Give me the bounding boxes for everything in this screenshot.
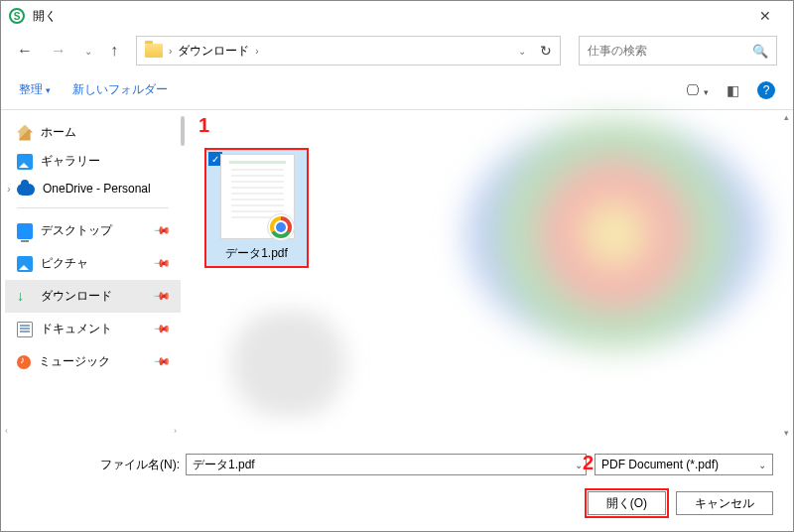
up-button[interactable]: ↑ — [110, 42, 118, 60]
window-title: 開く — [33, 8, 745, 25]
sidebar-item-label: ホーム — [41, 124, 76, 141]
sidebar-item-label: ミュージック — [39, 353, 110, 370]
music-icon — [17, 355, 31, 369]
sidebar-item-label: OneDrive - Personal — [43, 182, 151, 196]
pin-icon: 📌 — [152, 254, 171, 273]
open-button[interactable]: 開く(O) — [588, 491, 666, 515]
search-box[interactable]: 🔍 — [579, 36, 777, 66]
gallery-icon — [17, 154, 33, 170]
cancel-button[interactable]: キャンセル — [676, 491, 773, 515]
home-icon — [17, 125, 33, 141]
app-icon: S — [9, 8, 25, 24]
sidebar-item-downloads[interactable]: ↓ ダウンロード 📌 — [5, 280, 181, 313]
sidebar-item-label: ドキュメント — [41, 321, 112, 337]
sidebar-item-documents[interactable]: ドキュメント 📌 — [5, 313, 181, 345]
pin-icon: 📌 — [152, 352, 171, 371]
breadcrumb-separator: › — [255, 46, 258, 57]
file-type-label: PDF Document (*.pdf) — [601, 458, 719, 471]
download-icon: ↓ — [17, 289, 33, 305]
new-folder-button[interactable]: 新しいフォルダー — [72, 81, 168, 98]
pictures-icon — [17, 256, 33, 272]
chevron-down-icon: ⌄ — [758, 460, 766, 470]
address-dropdown[interactable]: ⌄ — [518, 46, 526, 57]
filename-label: ファイル名(N): — [100, 457, 180, 473]
sidebar-item-pictures[interactable]: ピクチャ 📌 — [5, 247, 181, 280]
sidebar-item-gallery[interactable]: ギャラリー — [5, 147, 181, 176]
onedrive-icon — [17, 184, 35, 196]
sidebar-item-home[interactable]: ホーム — [5, 118, 181, 147]
file-name-label: データ1.pdf — [206, 239, 307, 266]
sidebar-item-onedrive[interactable]: OneDrive - Personal — [5, 176, 181, 201]
content-scrollbar[interactable]: ▴▾ — [779, 110, 793, 440]
document-icon — [17, 322, 33, 337]
file-type-select[interactable]: PDF Document (*.pdf) ⌄ — [595, 454, 773, 475]
pin-icon: 📌 — [152, 320, 171, 338]
main-area: ホーム ギャラリー OneDrive - Personal デスクトップ 📌 ピ… — [1, 110, 793, 440]
navbar: ← → ⌄ ↑ › ダウンロード › ⌄ ↻ 🔍 — [1, 31, 793, 70]
help-button[interactable]: ? — [757, 81, 775, 99]
forward-button[interactable]: → — [51, 42, 66, 60]
history-dropdown[interactable]: ⌄ — [84, 46, 92, 57]
pin-icon: 📌 — [152, 287, 171, 306]
sidebar-item-label: ダウンロード — [41, 288, 112, 305]
blurred-content — [465, 120, 763, 348]
sidebar: ホーム ギャラリー OneDrive - Personal デスクトップ 📌 ピ… — [1, 110, 185, 440]
preview-pane-button[interactable]: ◧ — [727, 82, 739, 98]
annotation-2: 2 — [583, 452, 594, 474]
organize-menu[interactable]: 整理 ▾ — [19, 81, 51, 98]
pin-icon: 📌 — [152, 221, 171, 240]
search-input[interactable] — [588, 44, 744, 58]
sidebar-item-label: デスクトップ — [41, 222, 112, 239]
search-icon[interactable]: 🔍 — [752, 44, 768, 59]
toolbar: 整理 ▾ 新しいフォルダー 🖵 ▾ ◧ ? — [1, 70, 793, 110]
file-item-selected[interactable]: ✓ データ1.pdf — [204, 148, 309, 268]
sidebar-scrollbar[interactable]: ‹› — [5, 426, 177, 440]
refresh-button[interactable]: ↻ — [540, 43, 552, 59]
file-list[interactable]: 1 ✓ データ1.pdf ▴▾ — [185, 110, 793, 440]
breadcrumb-separator: › — [169, 46, 172, 57]
sidebar-divider — [17, 207, 169, 208]
view-mode-button[interactable]: 🖵 ▾ — [686, 82, 709, 98]
back-button[interactable]: ← — [17, 42, 33, 60]
breadcrumb-folder[interactable]: ダウンロード — [178, 43, 249, 60]
chrome-badge-icon — [267, 213, 295, 241]
filename-input[interactable] — [186, 454, 587, 475]
sidebar-item-desktop[interactable]: デスクトップ 📌 — [5, 214, 181, 247]
address-bar[interactable]: › ダウンロード › ⌄ ↻ — [136, 36, 561, 66]
blurred-content — [224, 309, 353, 418]
sidebar-item-label: ギャラリー — [41, 153, 100, 170]
sidebar-item-music[interactable]: ミュージック 📌 — [5, 345, 181, 378]
dialog-footer: ファイル名(N): ⌄ 2 PDF Document (*.pdf) ⌄ 開く(… — [1, 440, 793, 529]
folder-icon — [145, 44, 163, 58]
close-button[interactable]: ✕ — [745, 2, 785, 30]
desktop-icon — [17, 223, 33, 239]
titlebar: S 開く ✕ — [1, 1, 793, 31]
sidebar-item-label: ピクチャ — [41, 255, 88, 272]
annotation-1: 1 — [198, 114, 209, 137]
